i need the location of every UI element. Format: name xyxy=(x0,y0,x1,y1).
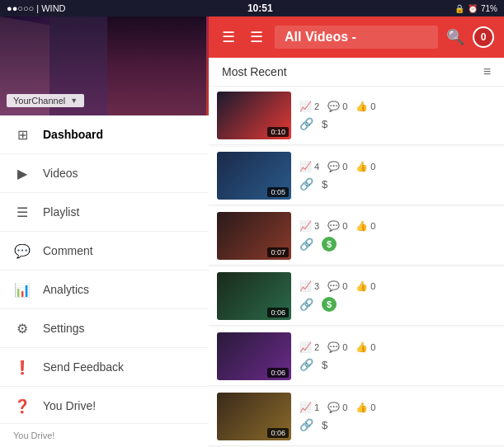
video-stats: 📈 1 💬 0 👍 0 🔗 $ xyxy=(299,402,496,431)
link-icon[interactable]: 🔗 xyxy=(299,298,313,311)
video-stats: 📈 2 💬 0 👍 0 🔗 $ xyxy=(299,101,496,130)
link-icon[interactable]: 🔗 xyxy=(299,358,313,371)
video-stats: 📈 3 💬 0 👍 0 🔗 $ xyxy=(299,220,496,252)
video-thumbnail: 0:05 xyxy=(217,152,291,200)
search-icon[interactable]: 🔍 xyxy=(446,28,464,46)
sidebar-label-analytics: Analytics xyxy=(43,283,195,296)
sidebar-item-comment[interactable]: 💬 Comment xyxy=(0,232,209,271)
lock-icon: 🔒 xyxy=(455,4,464,13)
comments-icon: 💬 xyxy=(327,280,340,292)
views-stat: 📈 2 xyxy=(299,341,319,353)
sidebar-item-analytics[interactable]: 📊 Analytics xyxy=(0,271,209,309)
right-panel: ☰ ☰ All Videos - 🔍 0 Most Recent ≡ 0:10 xyxy=(209,16,504,447)
comments-count: 0 xyxy=(342,281,347,291)
likes-stat: 👍 0 xyxy=(356,161,375,172)
top-bar-right: 🔍 0 xyxy=(446,26,494,48)
username-bar[interactable]: YourChannel ▼ xyxy=(7,94,84,107)
video-stats: 📈 2 💬 0 👍 0 🔗 $ xyxy=(299,341,496,371)
actions-row: 🔗 $ xyxy=(299,358,496,371)
video-duration: 0:07 xyxy=(267,247,289,257)
sidebar-item-video[interactable]: ▶ Videos xyxy=(0,154,209,193)
filter-bar: Most Recent ≡ xyxy=(209,58,504,87)
dollar-icon: $ xyxy=(322,419,327,431)
video-list: 0:10 📈 2 💬 0 👍 0 🔗 $ xyxy=(209,87,504,447)
status-bar: ●●○○○ | WIND 10:51 🔒 ⏰ 71% xyxy=(0,0,504,16)
link-icon[interactable]: 🔗 xyxy=(299,418,313,431)
likes-stat: 👍 0 xyxy=(356,220,375,232)
video-thumbnail: 0:10 xyxy=(217,92,291,139)
chevron-down-icon: ▼ xyxy=(70,96,78,105)
dollar-icon: $ xyxy=(322,178,327,191)
settings-icon: ⚙ xyxy=(13,319,31,337)
comments-icon: 💬 xyxy=(327,101,340,112)
likes-count: 0 xyxy=(370,281,375,291)
status-right: 🔒 ⏰ 71% xyxy=(455,4,497,13)
sidebar-item-feedback[interactable]: ❗ Send Feedback xyxy=(0,348,209,387)
video-stats: 📈 3 💬 0 👍 0 🔗 $ xyxy=(299,280,496,312)
video-duration: 0:05 xyxy=(267,187,289,197)
video-thumbnail: 0:06 xyxy=(217,393,291,440)
signal-text: ●●○○○ | WIND xyxy=(7,3,66,13)
views-count: 2 xyxy=(314,342,319,352)
link-icon[interactable]: 🔗 xyxy=(299,117,313,130)
actions-row: 🔗 $ xyxy=(299,297,496,312)
sidebar-footer: You Drive! xyxy=(0,423,209,447)
top-bar: ☰ ☰ All Videos - 🔍 0 xyxy=(209,16,504,58)
video-duration: 0:06 xyxy=(267,428,289,438)
likes-count: 0 xyxy=(370,342,375,352)
video-item-3[interactable]: 0:07 📈 3 💬 0 👍 0 🔗 $ xyxy=(209,207,504,266)
likes-stat: 👍 0 xyxy=(356,280,375,292)
stats-row: 📈 4 💬 0 👍 0 xyxy=(299,161,496,172)
list-icon[interactable]: ☰ xyxy=(247,25,266,49)
status-time: 10:51 xyxy=(247,2,273,14)
comments-stat: 💬 0 xyxy=(327,220,347,232)
video-item-5[interactable]: 0:06 📈 2 💬 0 👍 0 🔗 $ xyxy=(209,327,504,386)
views-stat: 📈 4 xyxy=(299,161,319,172)
likes-stat: 👍 0 xyxy=(356,101,375,112)
hamburger-icon[interactable]: ☰ xyxy=(219,25,238,49)
feedback-icon: ❗ xyxy=(13,358,31,376)
notif-count: 0 xyxy=(481,31,487,43)
sidebar-item-help[interactable]: ❓ You Drive! xyxy=(0,387,209,423)
likes-count: 0 xyxy=(370,221,375,231)
notification-badge[interactable]: 0 xyxy=(473,26,494,48)
likes-icon: 👍 xyxy=(356,280,368,292)
monetized-icon: $ xyxy=(322,297,337,312)
stats-row: 📈 3 💬 0 👍 0 xyxy=(299,220,496,232)
video-item-6[interactable]: 0:06 📈 1 💬 0 👍 0 🔗 $ xyxy=(209,388,504,446)
video-item-1[interactable]: 0:10 📈 2 💬 0 👍 0 🔗 $ xyxy=(209,87,504,145)
comments-stat: 💬 0 xyxy=(327,341,347,353)
comment-icon: 💬 xyxy=(13,242,31,260)
dollar-icon: $ xyxy=(322,359,327,371)
sidebar-menu: ⊞ Dashboard ▶ Videos ☰ Playlist 💬 Commen… xyxy=(0,115,209,423)
sidebar-item-settings[interactable]: ⚙ Settings xyxy=(0,309,209,348)
views-count: 4 xyxy=(314,162,319,172)
comments-icon: 💬 xyxy=(327,220,340,232)
dashboard-icon: ⊞ xyxy=(13,125,31,144)
comments-stat: 💬 0 xyxy=(327,280,347,292)
page-title: All Videos - xyxy=(285,30,356,45)
actions-row: 🔗 $ xyxy=(299,237,496,252)
sidebar-item-dashboard[interactable]: ⊞ Dashboard xyxy=(0,115,209,154)
footer-label: You Drive! xyxy=(13,431,54,440)
title-pill: All Videos - xyxy=(275,26,438,49)
comments-stat: 💬 0 xyxy=(327,101,347,112)
link-icon[interactable]: 🔗 xyxy=(299,177,313,191)
video-thumbnail: 0:07 xyxy=(217,212,291,260)
username-text: YourChannel xyxy=(13,96,65,106)
video-item-4[interactable]: 0:06 📈 3 💬 0 👍 0 🔗 $ xyxy=(209,267,504,326)
link-icon[interactable]: 🔗 xyxy=(299,238,313,251)
comments-count: 0 xyxy=(342,402,347,412)
sidebar-item-playlist[interactable]: ☰ Playlist xyxy=(0,193,209,232)
video-stats: 📈 4 💬 0 👍 0 🔗 $ xyxy=(299,161,496,191)
figure-right xyxy=(107,16,206,115)
views-stat: 📈 1 xyxy=(299,402,319,413)
likes-stat: 👍 0 xyxy=(356,402,375,413)
filter-icon[interactable]: ≡ xyxy=(483,64,491,79)
views-icon: 📈 xyxy=(299,280,312,292)
video-item-2[interactable]: 0:05 📈 4 💬 0 👍 0 🔗 $ xyxy=(209,147,504,205)
likes-count: 0 xyxy=(370,101,375,111)
views-icon: 📈 xyxy=(299,220,312,232)
views-count: 2 xyxy=(314,101,319,111)
help-icon: ❓ xyxy=(13,397,31,415)
